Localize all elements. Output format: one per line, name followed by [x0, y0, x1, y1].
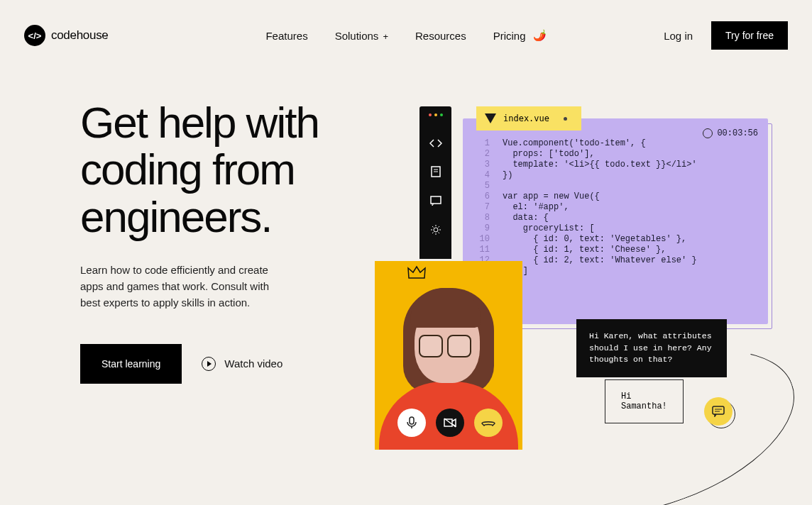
svg-rect-5 [410, 417, 414, 424]
line-number: 1 [474, 138, 490, 148]
video-card [375, 261, 522, 450]
code-text: { id: 0, text: 'Vegetables' }, [503, 234, 686, 244]
code-text: var app = new Vue({ [503, 192, 600, 201]
hangup-button[interactable] [474, 409, 503, 437]
code-line: 8 data: { [474, 213, 757, 223]
editor-sidebar [419, 106, 451, 259]
nav-resources[interactable]: Resources [415, 29, 466, 42]
line-number: 4 [474, 170, 490, 180]
microphone-button[interactable] [397, 409, 426, 437]
hero-title: Get help with coding from engineers. [80, 99, 385, 240]
tab-filename: index.vue [503, 113, 549, 123]
code-line: 10 { id: 0, text: 'Vegetables' }, [474, 234, 757, 244]
code-text: props: ['todo'], [503, 149, 595, 159]
call-controls [397, 409, 503, 437]
code-line: 4}) [474, 170, 757, 180]
play-icon [202, 357, 216, 371]
code-line: 5 [474, 181, 757, 191]
code-line: 9 groceryList: [ [474, 223, 757, 233]
line-number: 11 [474, 245, 490, 255]
code-text: data: { [503, 213, 549, 223]
chat-message-light: Hi Samantha! [605, 379, 684, 423]
code-text: }) [503, 170, 512, 180]
code-line: 6var app = new Vue({ [474, 192, 757, 201]
code-text: template: '<li>{{ todo.text }}</li>' [503, 160, 697, 170]
code-line: 7 el: '#app', [474, 202, 757, 212]
hero-subtitle: Learn how to code efficiently and create… [80, 262, 279, 311]
minimize-window-icon [434, 113, 437, 116]
window-controls[interactable] [429, 113, 443, 116]
code-text: groceryList: [ [503, 223, 595, 233]
nav-features[interactable]: Features [265, 29, 307, 42]
nav-pricing[interactable]: Pricing 🌶️ [493, 29, 547, 42]
svg-rect-7 [713, 406, 724, 414]
close-window-icon [429, 113, 432, 116]
editor-tab[interactable]: index.vue [476, 106, 581, 131]
camera-off-button[interactable] [436, 409, 464, 437]
timer: 00:03:56 [703, 128, 758, 138]
code-line: 11 { id: 1, text: 'Cheese' }, [474, 245, 757, 255]
svg-rect-6 [444, 419, 452, 426]
unsaved-dot-icon [564, 117, 567, 121]
line-number: 9 [474, 223, 490, 233]
code-text: Vue.component('todo-item', { [503, 138, 646, 148]
login-link[interactable]: Log in [664, 30, 693, 42]
code-text: { id: 1, text: 'Cheese' }, [503, 245, 666, 255]
line-number: 10 [474, 234, 490, 244]
header-actions: Log in Try for free [664, 21, 788, 50]
hero-text: Get help with coding from engineers. Lea… [80, 99, 385, 384]
logo[interactable]: </> codehouse [24, 25, 108, 46]
line-number: 8 [474, 213, 490, 223]
code-line: 2 props: ['todo'], [474, 149, 757, 159]
line-number: 5 [474, 181, 490, 191]
code-line: 3 template: '<li>{{ todo.text }}</li>' [474, 160, 757, 170]
line-number: 2 [474, 149, 490, 159]
code-icon[interactable] [429, 138, 442, 150]
comment-icon[interactable] [430, 196, 441, 209]
svg-point-4 [434, 228, 438, 232]
try-free-button[interactable]: Try for free [711, 21, 788, 50]
logo-text: codehouse [51, 28, 108, 43]
line-number: 6 [474, 192, 490, 201]
plus-icon [383, 30, 388, 42]
start-learning-button[interactable]: Start learning [80, 344, 182, 384]
main-nav: Features Solutions Resources Pricing 🌶️ [265, 29, 546, 42]
code-line: 1Vue.component('todo-item', { [474, 138, 757, 148]
svg-rect-3 [431, 196, 441, 204]
cta-row: Start learning Watch video [80, 344, 385, 384]
vue-icon [485, 113, 496, 123]
line-number: 3 [474, 160, 490, 170]
code-text: el: '#app', [503, 202, 569, 212]
watch-video-button[interactable]: Watch video [202, 357, 282, 371]
logo-icon: </> [24, 25, 45, 46]
settings-icon[interactable] [430, 224, 441, 238]
line-number: 7 [474, 202, 490, 212]
document-icon[interactable] [431, 166, 441, 180]
timer-value: 00:03:56 [717, 128, 758, 138]
watch-video-label: Watch video [224, 357, 282, 370]
clock-icon [703, 128, 713, 138]
chat-bubble-button[interactable] [704, 397, 733, 426]
maximize-window-icon [440, 113, 443, 116]
chat-message-dark: Hi Karen, what attributes should I use i… [576, 319, 727, 377]
code-text: { id: 2, text: 'Whatever else' } [503, 255, 697, 265]
chili-icon: 🌶️ [533, 29, 547, 42]
nav-solutions[interactable]: Solutions [335, 29, 388, 42]
header: </> codehouse Features Solutions Resourc… [0, 0, 812, 71]
